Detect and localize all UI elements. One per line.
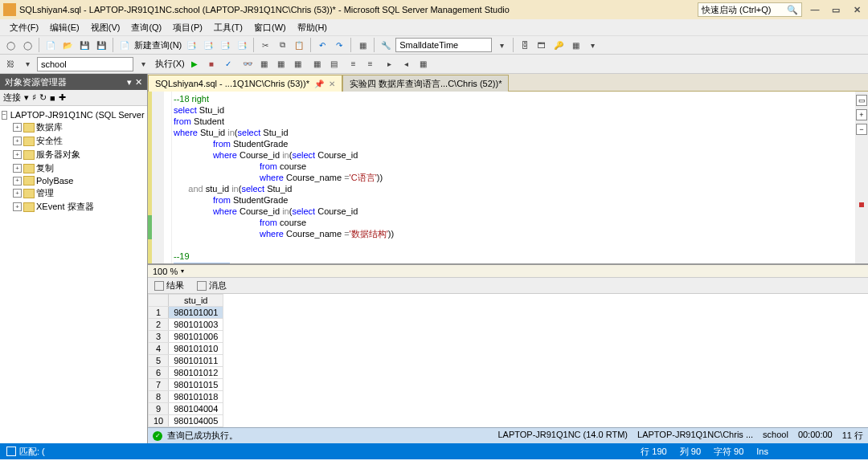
code-line[interactable]: and stu_id in(select Stu_id xyxy=(172,183,868,194)
menu-help[interactable]: 帮助(H) xyxy=(293,20,332,35)
new-query-icon[interactable]: 📄 xyxy=(117,38,132,52)
code-line[interactable]: --19 xyxy=(172,251,868,262)
parse-icon[interactable]: ✓ xyxy=(221,57,235,71)
nav-fwd-icon[interactable]: ◯ xyxy=(20,38,35,52)
comment-lines-icon[interactable]: ≡ xyxy=(346,57,361,71)
table-row[interactable]: 6980101012 xyxy=(149,367,223,379)
db-dropdown-arrow-icon[interactable]: ▾ xyxy=(136,57,150,71)
cell-value[interactable]: 980101003 xyxy=(169,319,223,331)
zoom-arrow-icon[interactable]: ▾ xyxy=(181,267,184,275)
code-line[interactable]: where Course_name ='数据结构')) xyxy=(172,228,868,239)
results-text-icon[interactable]: ▤ xyxy=(327,57,342,71)
code-line[interactable]: from StudentGrade xyxy=(172,138,868,149)
cell-value[interactable]: 980104004 xyxy=(169,403,223,415)
expand-icon[interactable]: + xyxy=(13,137,22,145)
menu-project[interactable]: 项目(P) xyxy=(168,20,207,35)
cell-value[interactable]: 980101012 xyxy=(169,367,223,379)
menu-edit[interactable]: 编辑(E) xyxy=(45,20,84,35)
tab-experiment4[interactable]: 实验四 数据库查询语言...C\Chris (52))* xyxy=(342,75,509,92)
query-c-icon[interactable]: 📑 xyxy=(218,38,232,52)
quick-launch-input[interactable]: 快速启动 (Ctrl+Q) 🔍 xyxy=(698,2,802,17)
query-d-icon[interactable]: 📑 xyxy=(235,38,249,52)
minimize-button[interactable]: — xyxy=(807,2,823,17)
oe-dropdown-icon[interactable]: ▾ xyxy=(127,77,132,88)
tree-node-1[interactable]: +安全性 xyxy=(13,134,145,148)
specify-vals-icon[interactable]: ▦ xyxy=(416,57,431,71)
datatype-dropdown[interactable] xyxy=(395,38,492,52)
results-grid[interactable]: stu_id 198010100129801010033980101006498… xyxy=(148,294,868,427)
stop-icon[interactable]: ■ xyxy=(204,57,219,71)
registered-icon[interactable]: 🔑 xyxy=(551,38,566,52)
messages-tab[interactable]: 消息 xyxy=(194,278,230,293)
expand-icon[interactable]: + xyxy=(13,123,22,132)
save-icon[interactable]: 💾 xyxy=(77,38,92,52)
oe-filter-icon[interactable]: ♯ xyxy=(32,92,36,103)
code-line[interactable]: from StudentGrade xyxy=(172,194,868,206)
expand-icon[interactable]: + xyxy=(13,150,22,159)
save-all-icon[interactable]: 💾 xyxy=(94,38,108,52)
cell-value[interactable]: 980101006 xyxy=(169,331,223,343)
uncomment-icon[interactable]: ≡ xyxy=(363,57,378,71)
pin-icon[interactable]: 📌 xyxy=(314,80,324,88)
table-row[interactable]: 8980101018 xyxy=(149,391,223,403)
close-tab-icon[interactable]: ✕ xyxy=(329,80,335,88)
tree-node-4[interactable]: +PolyBase xyxy=(13,175,145,186)
cell-value[interactable]: 980101001 xyxy=(169,307,223,319)
results-tab[interactable]: 结果 xyxy=(151,278,187,293)
expand-icon[interactable]: + xyxy=(13,189,22,198)
connect-db-icon[interactable]: 🗄 xyxy=(518,38,532,52)
menu-window[interactable]: 窗口(W) xyxy=(249,20,291,35)
oe-refresh-icon[interactable]: ↻ xyxy=(39,92,47,103)
actual-plan-icon[interactable]: ▦ xyxy=(274,57,289,71)
nav-back-icon[interactable]: ◯ xyxy=(3,38,18,52)
debug-icon[interactable]: ▶ xyxy=(187,57,202,71)
code-editor[interactable]: --18 rightselect Stu_idfrom Studentwhere… xyxy=(148,92,868,265)
more-tools-icon[interactable]: ▾ xyxy=(585,38,600,52)
live-stats-icon[interactable]: ▦ xyxy=(291,57,305,71)
new-file-icon[interactable]: 📄 xyxy=(43,38,58,52)
comment-icon[interactable]: ▦ xyxy=(355,38,370,52)
maximize-button[interactable]: ▭ xyxy=(828,2,844,17)
table-row[interactable]: 5980101011 xyxy=(149,355,223,367)
code-line[interactable]: where Course_id in(select Course_id xyxy=(172,206,868,217)
col-header[interactable]: stu_id xyxy=(169,295,223,307)
tree-node-0[interactable]: +数据库 xyxy=(13,120,145,134)
table-row[interactable]: 10980104005 xyxy=(149,415,223,427)
oe-tree[interactable]: − LAPTOP-JR91Q1NC (SQL Server 14.0. +数据库… xyxy=(0,106,147,443)
zoom-in-icon[interactable]: + xyxy=(856,109,867,120)
oe-connect-label[interactable]: 连接 xyxy=(3,92,21,104)
code-line[interactable]: --18 right xyxy=(172,93,868,104)
table-row[interactable]: 3980101006 xyxy=(149,331,223,343)
find-icon[interactable]: 🔧 xyxy=(379,38,393,52)
activity-icon[interactable]: 🗔 xyxy=(534,38,549,52)
menu-tools[interactable]: 工具(T) xyxy=(209,20,248,35)
tab-sqlshiyan4[interactable]: SQLshiyan4.sql - ...1Q1NC\Chris (53))* 📌… xyxy=(148,75,342,92)
execute-button[interactable]: 执行(X) xyxy=(155,58,185,70)
table-row[interactable]: 9980104004 xyxy=(149,403,223,415)
expand-icon[interactable]: + xyxy=(13,202,22,211)
change-conn-icon[interactable]: ⛓ xyxy=(3,57,18,71)
cell-value[interactable]: 980101011 xyxy=(169,355,223,367)
expand-icon[interactable]: + xyxy=(13,164,22,173)
code-line[interactable]: where Course_id in(select Course_id xyxy=(172,149,868,161)
template-icon[interactable]: ▦ xyxy=(568,38,583,52)
cell-value[interactable]: 980101010 xyxy=(169,343,223,355)
tree-server-node[interactable]: − LAPTOP-JR91Q1NC (SQL Server 14.0. xyxy=(2,109,145,120)
oe-close-icon[interactable]: ✕ xyxy=(135,77,142,88)
table-row[interactable]: 7980101015 xyxy=(149,379,223,391)
redo-icon[interactable]: ↷ xyxy=(332,38,346,52)
outdent-icon[interactable]: ◂ xyxy=(399,57,414,71)
close-button[interactable]: ✕ xyxy=(849,2,865,17)
plan-icon[interactable]: 👓 xyxy=(240,57,255,71)
open-icon[interactable]: 📂 xyxy=(60,38,75,52)
undo-icon[interactable]: ↶ xyxy=(315,38,330,52)
cell-value[interactable]: 980101018 xyxy=(169,391,223,403)
table-row[interactable]: 1980101001 xyxy=(149,307,223,319)
expand-icon[interactable]: + xyxy=(13,177,22,186)
code-line[interactable] xyxy=(172,239,868,251)
code-line[interactable]: from course xyxy=(172,217,868,228)
tree-node-6[interactable]: +XEvent 探查器 xyxy=(13,200,145,214)
table-row[interactable]: 2980101003 xyxy=(149,319,223,331)
database-dropdown[interactable] xyxy=(37,57,133,71)
table-row[interactable]: 4980101010 xyxy=(149,343,223,355)
